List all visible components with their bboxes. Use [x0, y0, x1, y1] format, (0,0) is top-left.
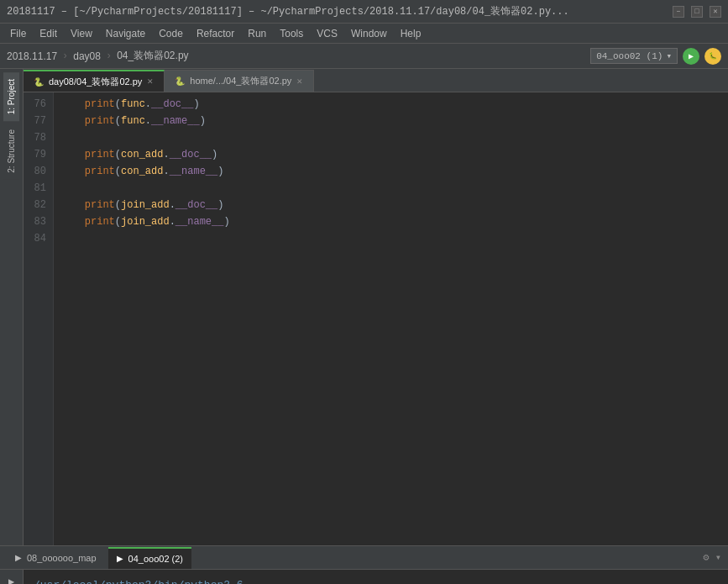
breadcrumb-dir[interactable]: day08 [73, 50, 101, 62]
run-button[interactable]: ▶ [683, 48, 699, 65]
menu-code[interactable]: Code [152, 26, 190, 41]
bottom-panel: ▶ 08_оооооо_map ▶ 04_ооо02 (2) ⚙ ▾ ▶ ↑ ⏸… [0, 545, 728, 584]
code-line-80: print(con_add.__name__) [60, 163, 721, 180]
code-line-83: print(join_add.__name__) [60, 213, 721, 230]
line-num-81: 81 [30, 180, 46, 197]
minimize-button[interactable]: – [673, 6, 684, 18]
line-num-78: 78 [30, 129, 46, 146]
breadcrumb-file[interactable]: 04_装饰器02.py [117, 49, 188, 63]
line-num-80: 80 [30, 163, 46, 180]
menu-refactor[interactable]: Refactor [190, 26, 241, 41]
code-line-82: print(join_add.__doc__) [60, 197, 721, 213]
code-editor[interactable]: 76 77 78 79 80 81 82 83 84 print(func.__… [24, 92, 728, 545]
output-line-1: /usr/local/python3/bin/python3.6 [34, 576, 718, 584]
line-num-83: 83 [30, 213, 46, 230]
menu-edit[interactable]: Edit [33, 26, 64, 41]
menubar: File Edit View Navigate Code Refactor Ru… [0, 24, 728, 44]
menu-tools[interactable]: Tools [273, 26, 310, 41]
run-tab-08-icon: ▶ [15, 553, 22, 562]
line-numbers: 76 77 78 79 80 81 82 83 84 [24, 92, 54, 545]
run-tab-04-icon: ▶ [117, 554, 123, 563]
run-tab-08-label: 08_оооооо_map [27, 553, 97, 563]
window-controls: – □ ✕ [673, 6, 721, 18]
editor-tab-main-close[interactable]: ✕ [147, 77, 154, 86]
editor-tabs: 🐍 day08/04_装饰器02.py ✕ 🐍 home/.../04_装饰器0… [24, 69, 728, 92]
editor-tab-home-label: home/.../04_装饰器02.py [190, 75, 291, 87]
menu-view[interactable]: View [64, 26, 99, 41]
run-play-button[interactable]: ▶ [3, 573, 20, 584]
line-num-82: 82 [30, 197, 46, 213]
maximize-button[interactable]: □ [691, 6, 703, 18]
left-sidebar: 1: Project 2: Structure [0, 69, 24, 545]
editor-area: 🐍 day08/04_装饰器02.py ✕ 🐍 home/.../04_装饰器0… [24, 69, 728, 545]
python-file-icon-2: 🐍 [175, 76, 185, 86]
code-line-79: print(con_add.__doc__) [60, 146, 721, 163]
editor-tab-main-label: day08/04_装饰器02.py [49, 76, 142, 88]
menu-help[interactable]: Help [394, 26, 428, 41]
run-settings-gear[interactable]: ⚙ ▾ [703, 551, 721, 564]
code-line-81 [60, 180, 721, 197]
python-file-icon: 🐍 [34, 77, 44, 87]
debug-button[interactable]: 🐛 [704, 48, 721, 65]
editor-tab-home-close[interactable]: ✕ [296, 77, 303, 86]
code-line-84 [60, 230, 721, 247]
code-line-78 [60, 129, 721, 146]
run-toolbar: ▶ ↑ ⏸ ↺ ≡ ⊘ ✕ ? [0, 570, 24, 584]
titlebar: 20181117 – [~/PycharmProjects/20181117] … [0, 0, 728, 24]
editor-tab-home[interactable]: 🐍 home/.../04_装饰器02.py ✕ [165, 70, 314, 92]
menu-vcs[interactable]: VCS [310, 26, 344, 41]
close-button[interactable]: ✕ [710, 6, 721, 18]
run-tab-04[interactable]: ▶ 04_ооо02 (2) [108, 547, 191, 569]
editor-tab-main[interactable]: 🐍 day08/04_装饰器02.py ✕ [24, 70, 165, 92]
line-num-84: 84 [30, 230, 46, 247]
run-tab-08[interactable]: ▶ 08_оооооо_map [7, 547, 105, 569]
run-body: ▶ ↑ ⏸ ↺ ≡ ⊘ ✕ ? /usr/local/python3/bin/p… [0, 570, 728, 584]
menu-run[interactable]: Run [241, 26, 273, 41]
run-config-dropdown[interactable]: 04_ооо02 (1) ▾ [590, 48, 678, 64]
line-num-76: 76 [30, 96, 46, 113]
navbar: 2018.11.17 › day08 › 04_装饰器02.py 04_ооо0… [0, 44, 728, 69]
window-title: 20181117 – [~/PycharmProjects/20181117] … [7, 4, 569, 18]
line-num-79: 79 [30, 146, 46, 163]
code-line-77: print(func.__name__) [60, 113, 721, 129]
main-area: 1: Project 2: Structure 🐍 day08/04_装饰器02… [0, 69, 728, 545]
code-line-76: print(func.__doc__) [60, 96, 721, 113]
menu-navigate[interactable]: Navigate [99, 26, 152, 41]
code-content[interactable]: print(func.__doc__) print(func.__name__)… [54, 92, 728, 545]
menu-file[interactable]: File [3, 26, 33, 41]
nav-right: 04_ооо02 (1) ▾ ▶ 🐛 [590, 48, 721, 65]
run-tab-04-label: 04_ооо02 (2) [128, 554, 183, 564]
run-tabs: ▶ 08_оооооо_map ▶ 04_ооо02 (2) ⚙ ▾ [0, 546, 728, 570]
sidebar-item-structure[interactable]: 2: Structure [3, 123, 19, 180]
sidebar-item-project[interactable]: 1: Project [3, 72, 19, 121]
line-num-77: 77 [30, 113, 46, 129]
run-output: /usr/local/python3/bin/python3.6 /home/k… [24, 570, 728, 584]
breadcrumb-root[interactable]: 2018.11.17 [7, 50, 57, 62]
menu-window[interactable]: Window [344, 26, 394, 41]
